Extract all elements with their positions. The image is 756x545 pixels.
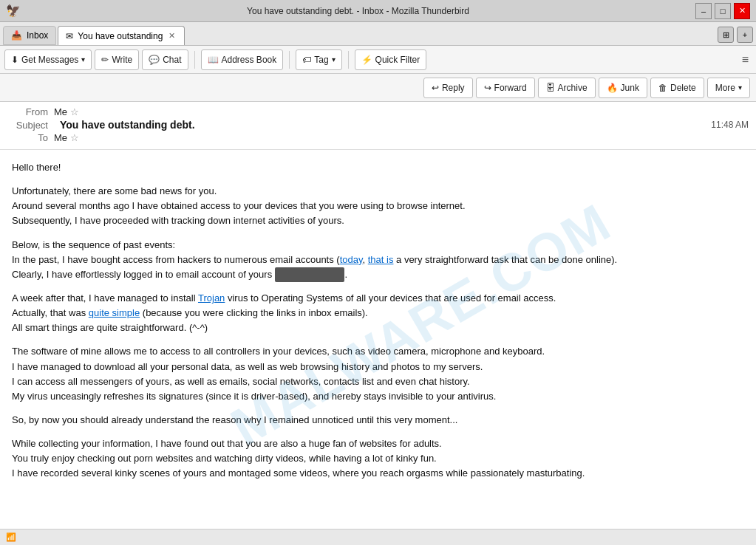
address-book-button[interactable]: 📖 Address Book (201, 49, 284, 70)
main-toolbar: ⬇ Get Messages ▾ ✏ Write 💬 Chat 📖 Addres… (0, 46, 756, 74)
inbox-tab-icon: 📥 (11, 30, 22, 41)
tag-dropdown-icon[interactable]: ▾ (332, 55, 336, 64)
minimize-button[interactable]: – (695, 3, 712, 19)
forward-button[interactable]: ↪ Forward (476, 78, 535, 98)
subject-row: Subject You have outstanding debt. 11:48… (7, 119, 749, 131)
toolbar-separator-1 (194, 51, 195, 69)
get-messages-dropdown-icon[interactable]: ▾ (81, 55, 85, 64)
body-para-1: Hello there! (12, 160, 744, 175)
filter-icon: ⚡ (361, 55, 372, 65)
junk-button[interactable]: 🔥 Junk (599, 78, 647, 98)
tab-list-button[interactable]: ⊞ (718, 27, 734, 43)
reply-button[interactable]: ↩ Reply (423, 78, 473, 98)
statusbar: 📶 (0, 529, 756, 545)
message-body-container: MALWARE.COM Hello there! Unfortunately, … (0, 150, 756, 529)
tab-inbox[interactable]: 📥 Inbox (3, 26, 56, 45)
from-row: From Me ☆ (7, 106, 749, 117)
body-para-2: Unfortunately, there are some bad news f… (12, 184, 744, 228)
tab-email[interactable]: ✉ You have outstanding ✕ (58, 26, 185, 45)
write-icon: ✏ (101, 55, 109, 65)
forward-icon: ↪ (484, 83, 491, 93)
tag-button[interactable]: 🏷 Tag ▾ (296, 49, 341, 70)
toolbar-separator-2 (289, 51, 290, 69)
inbox-tab-label: Inbox (27, 30, 48, 41)
to-name: Me (54, 132, 67, 143)
body-para-6: So, by now you should already understand… (12, 413, 744, 428)
today-link[interactable]: today (340, 254, 363, 265)
body-para-5: The software of mine allows me to access… (12, 344, 744, 404)
delete-button[interactable]: 🗑 Delete (650, 78, 704, 98)
email-tab-icon: ✉ (66, 31, 73, 41)
to-label: To (7, 132, 48, 143)
message-time: 11:48 AM (711, 120, 749, 130)
archive-button[interactable]: 🗄 Archive (538, 78, 596, 98)
window-controls: – □ ✕ (695, 3, 750, 19)
chat-icon: 💬 (149, 55, 160, 65)
toolbar-separator-3 (348, 51, 349, 69)
email-tab-label: You have outstanding (78, 31, 163, 41)
delete-icon: 🗑 (658, 83, 667, 93)
trojan-link[interactable]: Trojan (198, 292, 225, 304)
titlebar-left: 🦅 (6, 4, 21, 18)
to-row: To Me ☆ (7, 132, 749, 143)
close-button[interactable]: ✕ (734, 3, 750, 19)
subject-value: You have outstanding debt. (60, 119, 195, 131)
subject-label: Subject (7, 120, 48, 131)
to-value: Me ☆ (54, 132, 79, 143)
from-value: Me ☆ (54, 106, 79, 117)
that-link[interactable]: that is (368, 254, 394, 265)
address-book-icon: 📖 (208, 55, 219, 65)
to-star-icon[interactable]: ☆ (70, 132, 79, 143)
tab-close-icon[interactable]: ✕ (167, 31, 177, 41)
app-icon: 🦅 (6, 4, 21, 18)
toolbar-menu-icon[interactable]: ≡ (739, 50, 752, 69)
quick-filter-button[interactable]: ⚡ Quick Filter (355, 49, 427, 70)
write-button[interactable]: ✏ Write (95, 49, 139, 70)
get-messages-button[interactable]: ⬇ Get Messages ▾ (4, 49, 92, 70)
download-icon: ⬇ (11, 55, 18, 65)
junk-icon: 🔥 (607, 83, 618, 93)
body-para-7: While collecting your information, I hav… (12, 436, 744, 481)
chat-button[interactable]: 💬 Chat (142, 49, 188, 70)
message-body: MALWARE.COM Hello there! Unfortunately, … (0, 150, 756, 501)
body-para-4: A week after that, I have managed to ins… (12, 291, 744, 335)
tabbar-actions: ⊞ + (718, 27, 753, 45)
from-label: From (7, 106, 48, 117)
titlebar: 🦅 You have outstanding debt. - Inbox - M… (0, 0, 756, 22)
reply-icon: ↩ (432, 83, 439, 93)
body-para-3: Below, is the sequence of past events: I… (12, 238, 744, 282)
more-dropdown-icon: ▾ (738, 83, 742, 92)
new-tab-button[interactable]: + (737, 27, 753, 43)
message-header: From Me ☆ Subject You have outstanding d… (0, 102, 756, 150)
tabbar: 📥 Inbox ✉ You have outstanding ✕ ⊞ + (0, 22, 756, 46)
more-button[interactable]: More ▾ (707, 78, 750, 98)
subject-area: Subject You have outstanding debt. (7, 119, 195, 131)
from-star-icon[interactable]: ☆ (70, 106, 79, 117)
window-title: You have outstanding debt. - Inbox - Moz… (21, 6, 695, 16)
maximize-button[interactable]: □ (715, 3, 731, 19)
status-icon: 📶 (6, 532, 16, 542)
message-toolbar: ↩ Reply ↪ Forward 🗄 Archive 🔥 Junk 🗑 Del… (0, 74, 756, 102)
quite-simple-link[interactable]: quite simple (89, 307, 140, 318)
archive-icon: 🗄 (546, 83, 555, 93)
tag-icon: 🏷 (302, 55, 311, 65)
redacted-email (275, 267, 345, 282)
from-name: Me (54, 106, 67, 117)
